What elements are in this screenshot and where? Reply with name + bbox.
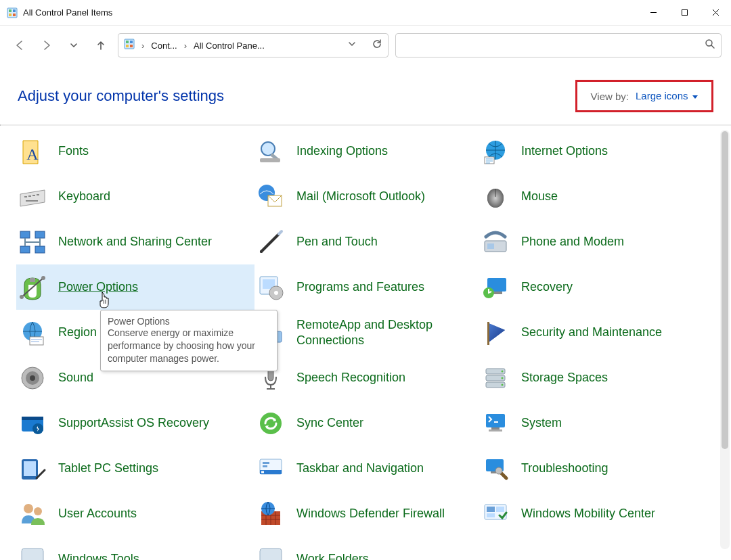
control-panel-item-taskbar-navigation[interactable]: Taskbar and Navigation [254,446,479,491]
svg-rect-83 [487,513,495,517]
control-panel-item-windows-tools[interactable]: Windows Tools [16,536,254,560]
control-panel-item-tablet-pc[interactable]: Tablet PC Settings [16,446,254,491]
search-box[interactable] [395,33,722,57]
item-label: SupportAssist OS Recovery [58,415,254,431]
window-title: All Control Panel Items [23,7,638,18]
windows-tools-icon [16,543,49,561]
work-folders-icon [254,543,287,561]
control-panel-item-power-options[interactable]: Power Options [16,264,254,310]
control-panel-item-programs-features[interactable]: Programs and Features [254,264,479,310]
control-panel-item-pen-touch[interactable]: Pen and Touch [254,219,479,264]
viewby-dropdown[interactable]: Large icons [636,90,698,102]
svg-rect-12 [126,45,129,47]
item-label: System [521,415,730,431]
maximize-button[interactable] [669,0,700,26]
item-label: Windows Defender Firewall [296,506,479,521]
security-maintenance-icon [479,317,512,349]
svg-rect-65 [489,429,502,431]
control-panel-item-sync-center[interactable]: Sync Center [254,400,479,446]
nav-row: › Cont... › All Control Pane... [0,26,731,65]
item-label: Sync Center [296,415,479,431]
control-panel-icon [7,7,18,18]
control-panel-item-remoteapp[interactable]: RemoteApp and Desktop Connections [254,310,479,355]
item-label: Mouse [521,189,730,204]
recovery-icon [479,271,512,304]
svg-point-57 [502,377,504,379]
control-panel-item-security-maintenance[interactable]: Security and Maintenance [479,310,730,355]
svg-rect-2 [13,9,16,12]
control-panel-item-network-sharing-center[interactable]: Network and Sharing Center [16,219,254,264]
internet-options-icon [479,135,512,168]
address-bar[interactable]: › Cont... › All Control Pane... [118,33,389,57]
titlebar: All Control Panel Items [0,0,731,26]
control-panel-item-mail[interactable]: Mail (Microsoft Outlook) [254,174,479,219]
control-panel-item-work-folders[interactable]: Work Folders [254,536,479,560]
svg-point-56 [502,370,504,372]
up-button[interactable] [91,35,111,55]
address-dropdown-button[interactable] [347,39,357,51]
svg-point-62 [260,413,282,434]
control-panel-item-troubleshooting[interactable]: Troubleshooting [479,446,730,491]
svg-rect-26 [20,231,30,238]
crumb-control-panel[interactable]: Cont... [151,41,177,51]
item-label: Windows Tools [58,551,254,560]
control-panel-item-internet-options[interactable]: Internet Options [479,129,730,174]
control-panel-item-supportassist[interactable]: SupportAssist OS Recovery [16,400,254,446]
control-panel-item-mouse[interactable]: Mouse [479,174,730,219]
control-panel-item-defender-firewall[interactable]: Windows Defender Firewall [254,491,479,536]
taskbar-navigation-icon [254,452,287,485]
item-label: Network and Sharing Center [58,234,254,250]
svg-point-75 [495,467,502,474]
refresh-button[interactable] [372,39,382,52]
control-panel-item-indexing-options[interactable]: Indexing Options [254,129,479,174]
close-button[interactable] [700,0,731,26]
svg-point-58 [502,383,504,386]
svg-rect-13 [130,45,133,47]
fonts-icon: A [16,135,49,168]
user-accounts-icon [16,498,49,530]
svg-rect-63 [486,414,505,427]
indexing-options-icon [254,135,287,168]
scrollbar-thumb[interactable] [722,131,728,449]
control-panel-item-recovery[interactable]: Recovery [479,264,730,310]
viewby-highlight: View by: Large icons [575,80,713,112]
viewby-value: Large icons [636,90,688,101]
chevron-right-icon[interactable]: › [181,41,190,51]
control-panel-item-system[interactable]: System [479,400,730,446]
page-title: Adjust your computer's settings [18,87,575,105]
keyboard-icon [16,181,49,213]
control-panel-item-phone-modem[interactable]: Phone and Modem [479,219,730,264]
svg-point-30 [260,250,263,253]
mobility-center-icon [479,498,512,530]
crumb-current[interactable]: All Control Pane... [194,41,265,51]
back-button[interactable] [9,35,30,55]
control-panel-item-mobility-center[interactable]: Windows Mobility Center [479,491,730,536]
svg-point-35 [41,276,45,280]
item-label: Tablet PC Settings [58,461,254,476]
svg-rect-11 [130,41,133,43]
svg-rect-32 [487,243,494,249]
control-panel-item-keyboard[interactable]: Keyboard [16,174,254,219]
svg-rect-85 [260,549,282,561]
tooltip: Power Options Conserve energy or maximiz… [100,310,278,371]
svg-rect-67 [24,461,36,476]
svg-point-34 [20,295,24,299]
vertical-scrollbar[interactable] [720,130,730,549]
recent-locations-button[interactable] [64,35,84,55]
network-sharing-center-icon [16,226,49,258]
troubleshooting-icon [479,452,512,485]
svg-rect-48 [487,322,489,345]
svg-rect-71 [263,462,269,464]
defender-firewall-icon [254,498,287,530]
forward-button[interactable] [37,35,57,55]
control-panel-item-speech-recognition[interactable]: Speech Recognition [254,355,479,400]
svg-text:A: A [26,145,39,163]
minimize-button[interactable] [638,0,669,26]
control-panel-item-fonts[interactable]: AFonts [16,129,254,174]
svg-rect-64 [491,427,500,429]
control-panel-item-storage-spaces[interactable]: Storage Spaces [479,355,730,400]
supportassist-icon [16,407,49,440]
control-panel-item-user-accounts[interactable]: User Accounts [16,491,254,536]
chevron-right-icon[interactable]: › [139,41,147,51]
item-label: Phone and Modem [521,234,730,250]
